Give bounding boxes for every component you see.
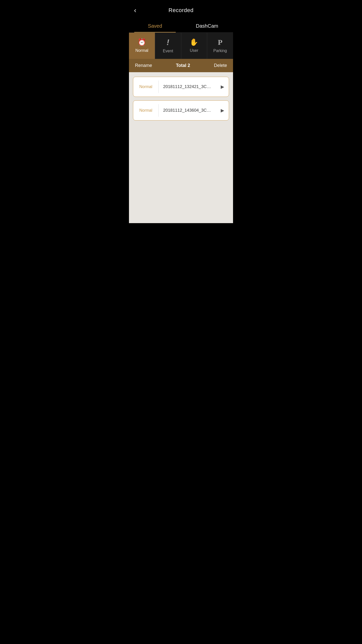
recording-item-1[interactable]: Normal 20181112_143604_3CH_N_F... ▶ xyxy=(133,100,229,120)
rename-button[interactable]: Rename xyxy=(135,63,152,68)
recording-type-0: Normal xyxy=(133,85,158,89)
recordings-list: Normal 20181112_132421_3CH_N_F... ▶ Norm… xyxy=(129,72,233,223)
cat-tab-parking[interactable]: P Parking xyxy=(207,33,233,59)
category-tabs: ⏰ Normal ! Event ✋ User P Parking xyxy=(129,33,233,59)
cat-tab-user[interactable]: ✋ User xyxy=(181,33,207,59)
main-tabs: Saved DashCam xyxy=(129,19,233,33)
cat-tab-event[interactable]: ! Event xyxy=(155,33,181,59)
cat-tab-normal[interactable]: ⏰ Normal xyxy=(129,33,155,59)
tab-dashcam[interactable]: DashCam xyxy=(181,19,233,32)
hand-icon: ✋ xyxy=(190,39,198,46)
parking-icon: P xyxy=(218,38,222,46)
total-count: Total 2 xyxy=(176,63,190,68)
delete-button[interactable]: Delete xyxy=(214,63,227,68)
tab-saved[interactable]: Saved xyxy=(129,19,181,32)
action-bar: Rename Total 2 Delete xyxy=(129,59,233,72)
recording-item-0[interactable]: Normal 20181112_132421_3CH_N_F... ▶ xyxy=(133,77,229,97)
back-button[interactable]: ‹ xyxy=(134,7,136,14)
header: ‹ Recorded xyxy=(129,0,233,19)
exclamation-icon: ! xyxy=(167,38,169,46)
recording-type-1: Normal xyxy=(133,108,158,113)
play-icon-1: ▶ xyxy=(216,108,229,113)
page-title: Recorded xyxy=(168,7,193,14)
play-icon-0: ▶ xyxy=(216,84,229,90)
recording-filename-1: 20181112_143604_3CH_N_F... xyxy=(159,108,216,113)
recording-filename-0: 20181112_132421_3CH_N_F... xyxy=(159,84,216,89)
clock-icon: ⏰ xyxy=(138,39,146,46)
